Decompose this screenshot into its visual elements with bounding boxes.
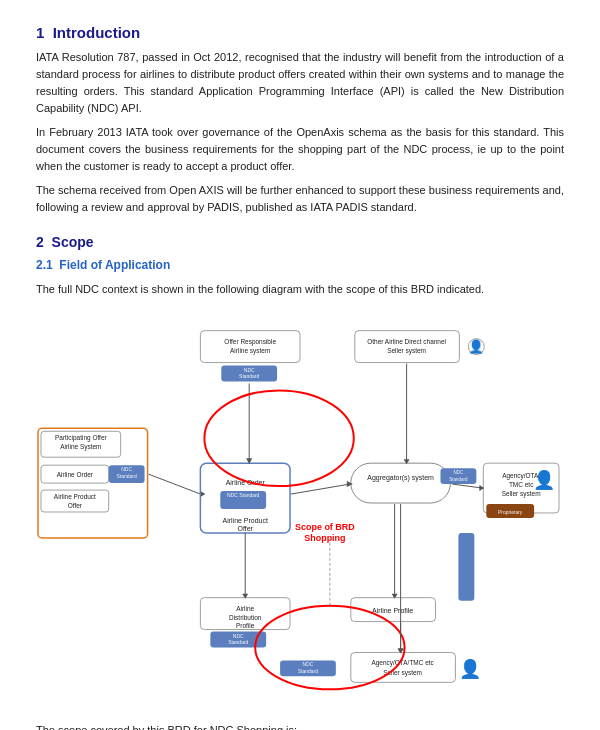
scope-covered-text: The scope covered by this BRD for NDC Sh… <box>36 722 564 730</box>
section2-heading: 2 Scope <box>36 234 564 250</box>
svg-text:Standard: Standard <box>239 374 259 380</box>
svg-rect-69 <box>458 533 474 601</box>
subsection21-heading: 2.1 Field of Application <box>36 256 564 275</box>
section1-para3: The schema received from Open AXIS will … <box>36 182 564 216</box>
svg-text:Shopping: Shopping <box>304 533 345 543</box>
svg-line-47 <box>452 484 482 488</box>
section1-para1: IATA Resolution 787, passed in Oct 2012,… <box>36 49 564 117</box>
svg-line-12 <box>149 474 201 494</box>
svg-text:Standard: Standard <box>117 473 137 479</box>
svg-text:Seller system: Seller system <box>387 347 426 355</box>
svg-text:TMC etc: TMC etc <box>509 481 534 488</box>
svg-point-65 <box>204 391 353 487</box>
svg-text:NDC Standard: NDC Standard <box>227 492 260 498</box>
svg-text:Airline Product: Airline Product <box>223 517 268 524</box>
svg-text:NDC: NDC <box>303 661 314 667</box>
svg-text:Airline Profile: Airline Profile <box>372 607 413 614</box>
svg-text:Agency/OTA/TMC etc: Agency/OTA/TMC etc <box>371 659 434 667</box>
svg-text:👤: 👤 <box>459 658 482 680</box>
svg-text:Standard: Standard <box>449 477 468 482</box>
svg-text:👤: 👤 <box>533 469 556 491</box>
svg-text:Standard: Standard <box>298 668 318 674</box>
svg-text:NDC: NDC <box>454 470 464 475</box>
svg-text:NDC: NDC <box>233 633 244 639</box>
svg-rect-33 <box>351 463 451 503</box>
svg-text:Other Airline Direct channel: Other Airline Direct channel <box>367 338 446 345</box>
svg-text:Standard: Standard <box>228 640 248 646</box>
svg-text:Participating Offer: Participating Offer <box>55 434 108 442</box>
svg-text:Aggregator(s) system: Aggregator(s) system <box>367 474 434 482</box>
svg-text:Airline system: Airline system <box>230 347 270 355</box>
svg-text:Profile: Profile <box>236 622 255 629</box>
svg-point-66 <box>255 606 404 690</box>
svg-text:Offer: Offer <box>238 525 254 532</box>
svg-text:Airline System: Airline System <box>60 443 101 451</box>
subsection21-description: The full NDC context is shown in the fol… <box>36 281 564 298</box>
svg-text:Airline Product: Airline Product <box>54 493 96 500</box>
svg-text:Scope of BRD: Scope of BRD <box>295 522 355 532</box>
svg-text:Airline Order: Airline Order <box>57 471 94 478</box>
section1-para2: In February 2013 IATA took over governan… <box>36 124 564 175</box>
svg-text:Offer Responsible: Offer Responsible <box>224 338 276 346</box>
svg-text:Seller system: Seller system <box>502 490 541 498</box>
svg-text:NDC: NDC <box>121 466 132 472</box>
svg-line-38 <box>291 484 350 494</box>
svg-text:Offer: Offer <box>68 502 83 509</box>
svg-text:NDC Standard: NDC Standard <box>481 553 486 583</box>
svg-text:Distribution: Distribution <box>229 614 262 621</box>
svg-text:👤: 👤 <box>468 339 485 355</box>
svg-text:Airline: Airline <box>236 605 254 612</box>
svg-text:Proprietary: Proprietary <box>498 509 523 515</box>
ndc-diagram: Participating Offer Airline System Airli… <box>36 308 564 708</box>
section1-heading: 1 Introduction <box>36 24 564 41</box>
svg-text:NDC: NDC <box>244 367 255 373</box>
